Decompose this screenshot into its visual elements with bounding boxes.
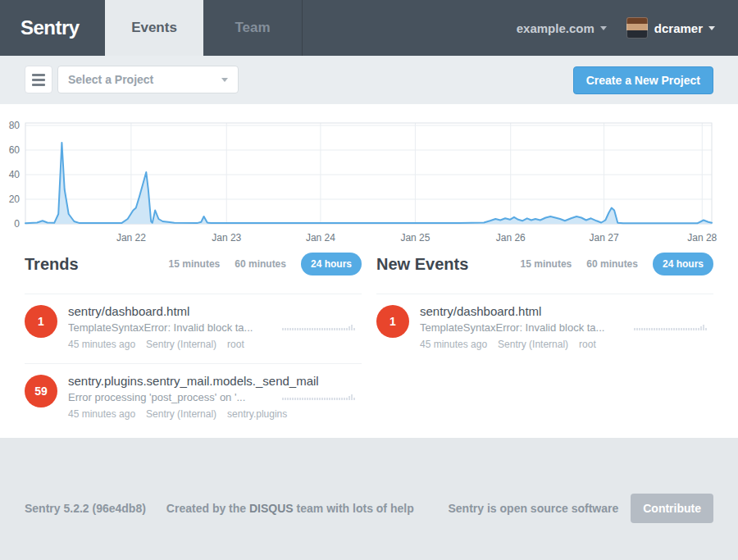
x-axis-tick-label: Jan 25 bbox=[400, 232, 430, 244]
event-count-badge: 1 bbox=[376, 305, 409, 338]
y-axis-tick-label: 0 bbox=[0, 218, 20, 230]
event-sparkline bbox=[282, 394, 355, 400]
event-list-item[interactable]: 59sentry.plugins.sentry_mail.models._sen… bbox=[25, 363, 362, 433]
version-text: Sentry 5.2.2 (96e4db8) bbox=[25, 502, 146, 515]
org-label: example.com bbox=[517, 21, 594, 35]
x-axis-tick-label: Jan 27 bbox=[590, 232, 619, 244]
event-sparkline bbox=[634, 325, 707, 330]
x-axis-tick-label: Jan 26 bbox=[496, 232, 526, 244]
y-axis-tick-label: 40 bbox=[0, 169, 20, 180]
panel-header: Trends 15 minutes60 minutes24 hours bbox=[25, 250, 362, 278]
time-filter-group: 15 minutes60 minutes24 hours bbox=[169, 253, 362, 275]
event-count-badge: 1 bbox=[25, 305, 57, 338]
event-title[interactable]: sentry/dashboard.html bbox=[420, 304, 713, 318]
y-axis-tick-label: 80 bbox=[0, 120, 20, 131]
x-axis-tick-label: Jan 22 bbox=[116, 232, 146, 244]
nav-right-group: example.com dcramer bbox=[517, 0, 738, 56]
event-body: sentry.plugins.sentry_mail.models._send_… bbox=[68, 374, 362, 433]
create-project-button[interactable]: Create a New Project bbox=[573, 66, 713, 94]
event-project: root bbox=[579, 339, 596, 350]
user-avatar bbox=[626, 17, 648, 39]
y-axis-tick-label: 20 bbox=[0, 193, 20, 205]
menu-button[interactable] bbox=[25, 66, 52, 93]
event-list-item[interactable]: 1sentry/dashboard.htmlTemplateSyntaxErro… bbox=[376, 294, 713, 363]
x-axis-tick-label: Jan 28 bbox=[687, 232, 717, 244]
nav-divider bbox=[302, 0, 303, 56]
footer: Sentry 5.2.2 (96e4db8) Created by the DI… bbox=[0, 438, 738, 560]
project-select[interactable]: Select a Project bbox=[57, 66, 239, 93]
filter-15-minutes[interactable]: 15 minutes bbox=[169, 258, 221, 270]
event-source: Sentry (Internal) bbox=[146, 339, 216, 350]
event-time: 45 minutes ago bbox=[420, 339, 487, 350]
chevron-down-icon bbox=[708, 26, 715, 30]
event-sparkline bbox=[282, 325, 355, 330]
events-chart-plot bbox=[0, 117, 738, 248]
event-body: sentry/dashboard.htmlTemplateSyntaxError… bbox=[68, 304, 362, 363]
panel-new-events: New Events 15 minutes60 minutes24 hours … bbox=[376, 250, 713, 433]
event-project: root bbox=[227, 339, 244, 350]
dashboard-panels: Trends 15 minutes60 minutes24 hours 1sen… bbox=[25, 250, 713, 433]
chevron-down-icon bbox=[221, 78, 228, 82]
sentry-dashboard-page: Sentry Events Team example.com dcramer S… bbox=[0, 0, 738, 560]
panel-title: Trends bbox=[25, 255, 79, 274]
contribute-button[interactable]: Contribute bbox=[631, 494, 713, 523]
event-time: 45 minutes ago bbox=[68, 339, 135, 350]
open-source-text: Sentry is open source software bbox=[449, 502, 619, 515]
tab-events[interactable]: Events bbox=[105, 0, 203, 56]
org-dropdown[interactable]: example.com bbox=[517, 21, 607, 35]
panel-title: New Events bbox=[376, 255, 468, 274]
filter-60-minutes[interactable]: 60 minutes bbox=[586, 258, 638, 270]
event-source: Sentry (Internal) bbox=[146, 408, 216, 420]
panel-header: New Events 15 minutes60 minutes24 hours bbox=[376, 250, 713, 278]
toolbar: Select a Project Create a New Project bbox=[0, 56, 738, 104]
project-select-label: Select a Project bbox=[68, 73, 153, 86]
top-nav: Sentry Events Team example.com dcramer bbox=[0, 0, 738, 56]
x-axis-tick-label: Jan 24 bbox=[306, 232, 335, 244]
event-body: sentry/dashboard.htmlTemplateSyntaxError… bbox=[420, 304, 713, 363]
event-source: Sentry (Internal) bbox=[498, 339, 568, 350]
user-dropdown[interactable]: dcramer bbox=[626, 17, 715, 39]
user-label: dcramer bbox=[654, 21, 703, 35]
event-meta: 45 minutes agoSentry (Internal)sentry.pl… bbox=[68, 408, 362, 420]
tab-team[interactable]: Team bbox=[203, 0, 302, 56]
chevron-down-icon bbox=[600, 26, 607, 30]
event-count-badge: 59 bbox=[25, 375, 57, 407]
menu-icon bbox=[32, 74, 45, 76]
panel-trends: Trends 15 minutes60 minutes24 hours 1sen… bbox=[25, 250, 362, 433]
event-meta: 45 minutes agoSentry (Internal)root bbox=[68, 339, 362, 350]
event-list-item[interactable]: 1sentry/dashboard.htmlTemplateSyntaxErro… bbox=[25, 294, 362, 363]
filter-24-hours[interactable]: 24 hours bbox=[301, 253, 362, 275]
event-list: 1sentry/dashboard.htmlTemplateSyntaxErro… bbox=[25, 294, 362, 433]
time-filter-group: 15 minutes60 minutes24 hours bbox=[521, 253, 713, 275]
disqus-link[interactable]: DISQUS bbox=[249, 502, 294, 515]
event-time: 45 minutes ago bbox=[68, 408, 135, 420]
x-axis-tick-label: Jan 23 bbox=[212, 232, 241, 244]
sentry-logo[interactable]: Sentry bbox=[0, 0, 105, 56]
event-meta: 45 minutes agoSentry (Internal)root bbox=[420, 339, 713, 350]
y-axis-tick-label: 60 bbox=[0, 144, 20, 156]
event-title[interactable]: sentry/dashboard.html bbox=[68, 304, 362, 318]
event-title[interactable]: sentry.plugins.sentry_mail.models._send_… bbox=[68, 374, 362, 388]
filter-15-minutes[interactable]: 15 minutes bbox=[521, 258, 572, 270]
event-list: 1sentry/dashboard.htmlTemplateSyntaxErro… bbox=[376, 294, 713, 363]
filter-24-hours[interactable]: 24 hours bbox=[653, 253, 713, 275]
footer-right-group: Sentry is open source software Contribut… bbox=[449, 494, 714, 523]
events-chart: 020406080Jan 22Jan 23Jan 24Jan 25Jan 26J… bbox=[0, 117, 738, 248]
footer-row: Sentry 5.2.2 (96e4db8) Created by the DI… bbox=[25, 494, 713, 523]
credits-text: Created by the DISQUS team with lots of … bbox=[166, 502, 414, 515]
event-project: sentry.plugins bbox=[227, 408, 287, 420]
filter-60-minutes[interactable]: 60 minutes bbox=[235, 258, 286, 270]
